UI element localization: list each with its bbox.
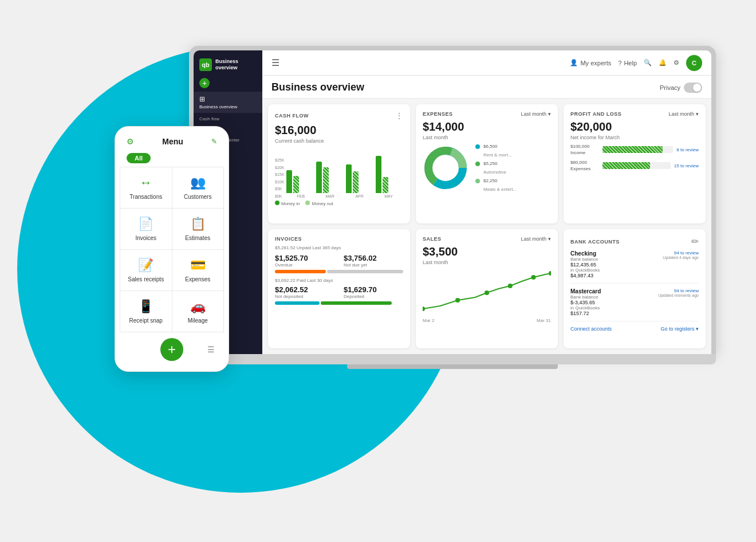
page-title: Business overview — [271, 81, 364, 93]
edit-icon[interactable]: ✏ — [691, 236, 699, 247]
estimates-label: Estimates — [185, 235, 210, 241]
auto-value: $5,250 — [483, 161, 497, 166]
pl-income-row: $100,000 Income 8 to review — [570, 144, 699, 155]
sales-filter[interactable]: Last month ▾ — [521, 236, 551, 242]
settings-icon[interactable]: ⚙ — [674, 59, 679, 66]
cash-flow-menu[interactable]: ⋮ — [395, 111, 403, 120]
hamburger-icon[interactable]: ☰ — [271, 57, 279, 68]
phone-footer: + ☰ — [120, 332, 224, 367]
sales-card: SALES Last month ▾ $3,500 Last month — [416, 229, 558, 348]
legend-item-rent: $6,500 — [475, 144, 517, 149]
bar-group-mar — [316, 162, 344, 193]
bar-in-may — [376, 156, 381, 193]
bank-actions: Connect accounts Go to registers ▾ — [570, 326, 699, 332]
mobile-expenses[interactable]: 💳 Expenses — [172, 250, 224, 290]
bar-group-may — [376, 156, 403, 193]
donut-legend: $6,500 Rent & mort... $5,250 Automotive — [475, 144, 517, 192]
phone-edit-icon[interactable]: ✎ — [211, 138, 217, 146]
pl-expenses-amount: $80,000 — [570, 160, 599, 165]
my-experts-button[interactable]: 👤 My experts — [570, 59, 611, 66]
checking-review[interactable]: 94 to review — [663, 250, 699, 256]
checking-qb-balance: $4,987.43 — [570, 273, 600, 278]
home-icon: ⊞ — [199, 95, 205, 103]
goto-registers-link[interactable]: Go to registers ▾ — [660, 326, 699, 332]
phone-menu-icon[interactable]: ☰ — [207, 345, 215, 354]
sales-amount: $3,500 — [423, 245, 551, 258]
filter-all[interactable]: All — [127, 153, 151, 163]
legend-in: Money in — [281, 201, 300, 206]
legend-item-meals: $2,250 — [475, 178, 517, 183]
search-button[interactable]: 🔍 — [644, 59, 652, 66]
transactions-icon: ↔ — [140, 175, 152, 190]
mobile-transactions[interactable]: ↔ Transactions — [120, 167, 172, 208]
help-label: Help — [624, 60, 637, 66]
connect-accounts-link[interactable]: Connect accounts — [570, 326, 612, 332]
not-due-label: Not due yet — [344, 262, 403, 268]
pl-subtitle: Net income for March — [570, 135, 699, 140]
invoice-notdue-col: $3,756.02 Not due yet — [344, 254, 403, 268]
sidebar-title: Business overview — [215, 58, 257, 71]
pl-expenses-bar — [603, 162, 650, 169]
privacy-switch[interactable] — [684, 83, 702, 93]
phone-header: ⚙ Menu ✎ — [120, 131, 224, 150]
mastercard-qb-label: in QuickBooks — [570, 305, 601, 311]
qb-logo: qb — [199, 58, 212, 71]
page-header: Business overview Privacy — [262, 76, 711, 99]
help-icon: ? — [618, 60, 621, 66]
laptop-foot — [347, 364, 558, 369]
mobile-invoices[interactable]: 📄 Invoices — [120, 209, 172, 249]
qb-app-container: qb Business overview + ⊞ Business overvi… — [194, 50, 711, 354]
nav-actions: 👤 My experts ? Help 🔍 🔔 ⚙ C — [570, 55, 702, 71]
mastercard-name: Mastercard — [570, 288, 601, 294]
pl-income-review[interactable]: 8 to review — [676, 147, 699, 152]
mastercard-bank-label: Bank balance — [570, 294, 601, 300]
pl-section: $100,000 Income 8 to review — [570, 144, 699, 171]
rent-label: Rent & mort... — [483, 152, 517, 158]
expenses-filter[interactable]: Last month ▾ — [521, 111, 551, 117]
pl-expenses-review[interactable]: 15 to review — [674, 163, 699, 168]
bell-icon[interactable]: 🔔 — [659, 59, 667, 66]
mobile-customers[interactable]: 👥 Customers — [172, 167, 224, 208]
user-avatar[interactable]: C — [686, 55, 702, 71]
not-due-amount: $3,756.02 — [344, 254, 403, 262]
sidebar-item-business-overview[interactable]: ⊞ Business overview — [194, 92, 262, 113]
top-nav: ☰ 👤 My experts ? Help 🔍 — [262, 50, 711, 76]
y-axis: $25K $20K $15K $10K $5K $0K — [275, 158, 284, 198]
phone-screen: ⚙ Menu ✎ All ↔ Transactions 👥 Customers … — [120, 131, 224, 367]
checking-bank-balance: $12,435.65 — [570, 262, 600, 268]
pl-title: PROFIT AND LOSS — [570, 111, 621, 117]
phone-settings-icon[interactable]: ⚙ — [127, 137, 134, 146]
checking-updated: Updated 4 days ago — [663, 256, 699, 260]
phone-menu-title: Menu — [162, 137, 183, 146]
sales-receipts-icon: 📝 — [138, 258, 153, 273]
pl-filter[interactable]: Last month ▾ — [668, 111, 699, 117]
help-button[interactable]: ? Help — [618, 60, 637, 66]
sidebar-item-cash-flow[interactable]: Cash flow — [194, 113, 262, 125]
bar-in-feb — [286, 170, 292, 193]
rent-value: $6,500 — [483, 144, 497, 149]
dashboard-grid: CASH FLOW ⋮ $16,000 Current cash balance… — [262, 99, 711, 354]
bar-group-apr — [346, 164, 373, 193]
mastercard-review[interactable]: 94 to review — [658, 288, 699, 293]
svg-point-4 — [434, 156, 457, 179]
sidebar-add-button[interactable]: + — [199, 78, 210, 88]
not-deposited-label: Not deposited — [275, 294, 334, 299]
mobile-estimates[interactable]: 📋 Estimates — [172, 209, 224, 249]
phone-add-button[interactable]: + — [160, 338, 183, 361]
profit-loss-card: PROFIT AND LOSS Last month ▾ $20,000 Net… — [564, 104, 706, 223]
auto-dot — [475, 162, 480, 166]
invoice-overdue-col: $1,525.70 Overdue — [275, 254, 334, 268]
invoices-paid-label: $3,692.22 Paid Last 30 days — [275, 278, 403, 283]
mobile-sales-receipts[interactable]: 📝 Sales receipts — [120, 250, 172, 290]
mobile-mileage[interactable]: 🚗 Mileage — [172, 291, 224, 332]
bank-accounts-card: BANK ACCOUNTS ✏ Checking Bank balance $1… — [564, 229, 706, 348]
privacy-toggle[interactable]: Privacy — [660, 83, 702, 93]
main-content: ☰ 👤 My experts ? Help 🔍 — [262, 50, 711, 354]
pl-amount: $20,000 — [570, 120, 699, 133]
mobile-receipt-snap[interactable]: 📱 Receipt snap — [120, 291, 172, 332]
phone-filter-bar: All — [120, 150, 224, 167]
privacy-label: Privacy — [660, 84, 680, 91]
sidebar-item-label: Cash flow — [199, 116, 219, 121]
legend-out: Money out — [312, 201, 333, 206]
sales-receipts-label: Sales receipts — [128, 276, 164, 282]
